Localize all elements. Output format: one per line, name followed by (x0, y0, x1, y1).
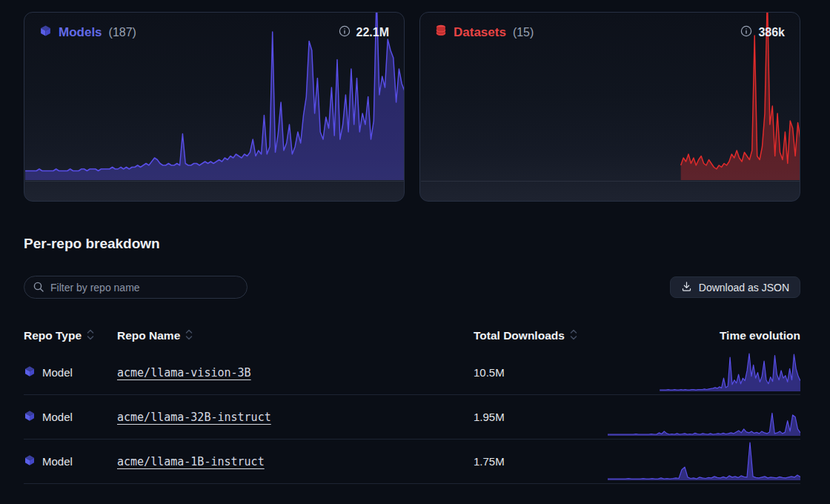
repo-name-cell: acme/llama-32B-instruct (117, 411, 474, 424)
download-icon (681, 281, 692, 294)
repo-downloads-sparkline (608, 352, 800, 392)
dashboard-page: Models (187) 22.1M (0, 0, 830, 484)
repo-type-label: Model (42, 411, 73, 423)
cube-icon (24, 454, 36, 468)
table-row: Model acme/llama-vision-3B 10.5M (24, 351, 800, 395)
cube-icon (39, 24, 52, 40)
download-json-button[interactable]: Download as JSON (670, 276, 800, 298)
per-repo-table: Repo Type Repo Name Total Downloads (24, 321, 800, 484)
database-icon (435, 24, 447, 40)
repo-name-cell: acme/llama-1B-instruct (117, 455, 474, 468)
table-row: Model acme/llama-1B-instruct 1.75M (24, 440, 800, 484)
info-icon[interactable] (339, 25, 351, 40)
column-header-total-downloads[interactable]: Total Downloads (474, 329, 608, 343)
datasets-card: Datasets (15) 386k (419, 12, 800, 202)
filter-field-wrap (24, 276, 248, 299)
repo-filter-input[interactable] (24, 276, 248, 299)
models-card: Models (187) 22.1M (24, 12, 405, 202)
info-icon[interactable] (740, 25, 752, 40)
column-header-time-evolution: Time evolution (608, 329, 800, 342)
total-downloads-cell: 10.5M (474, 366, 608, 379)
repo-downloads-sparkline (608, 441, 800, 481)
models-total-downloads: 22.1M (356, 26, 389, 39)
models-card-header: Models (187) 22.1M (24, 13, 404, 40)
time-evolution-cell (608, 441, 800, 481)
repo-downloads-sparkline (608, 397, 800, 437)
time-evolution-cell (608, 397, 800, 437)
repo-name-link[interactable]: acme/llama-32B-instruct (117, 411, 271, 424)
total-downloads-cell: 1.95M (474, 411, 608, 423)
repo-type-label: Model (42, 366, 73, 379)
table-header-row: Repo Type Repo Name Total Downloads (24, 321, 800, 351)
repo-name-link[interactable]: acme/llama-1B-instruct (117, 455, 265, 468)
datasets-card-count: (15) (513, 26, 534, 39)
repo-name-link[interactable]: acme/llama-vision-3B (117, 366, 251, 379)
cube-icon (24, 365, 36, 379)
models-card-title: Models (59, 25, 102, 40)
cube-icon (24, 410, 36, 424)
repo-name-cell: acme/llama-vision-3B (117, 366, 474, 379)
column-header-repo-type[interactable]: Repo Type (24, 329, 117, 343)
section-title: Per-repo breakdown (24, 236, 800, 252)
table-body: Model acme/llama-vision-3B 10.5M Model a… (24, 351, 800, 484)
datasets-card-header: Datasets (15) 386k (420, 13, 800, 40)
stat-cards-row: Models (187) 22.1M (24, 12, 800, 202)
repo-type-cell: Model (24, 454, 117, 468)
total-downloads-cell: 1.75M (474, 455, 608, 468)
repo-type-cell: Model (24, 410, 117, 424)
table-controls: Download as JSON (24, 276, 800, 299)
search-icon (33, 281, 44, 296)
sort-icon[interactable] (87, 329, 94, 343)
repo-type-cell: Model (24, 365, 117, 379)
models-card-count: (187) (109, 26, 136, 39)
sort-icon[interactable] (570, 329, 577, 343)
datasets-card-title: Datasets (454, 25, 506, 40)
table-row: Model acme/llama-32B-instruct 1.95M (24, 395, 800, 440)
datasets-total-downloads: 386k (758, 26, 785, 39)
sort-icon[interactable] (185, 329, 193, 343)
download-json-label: Download as JSON (699, 282, 789, 294)
column-header-repo-name[interactable]: Repo Name (117, 329, 474, 343)
repo-type-label: Model (42, 455, 73, 468)
time-evolution-cell (608, 352, 800, 392)
